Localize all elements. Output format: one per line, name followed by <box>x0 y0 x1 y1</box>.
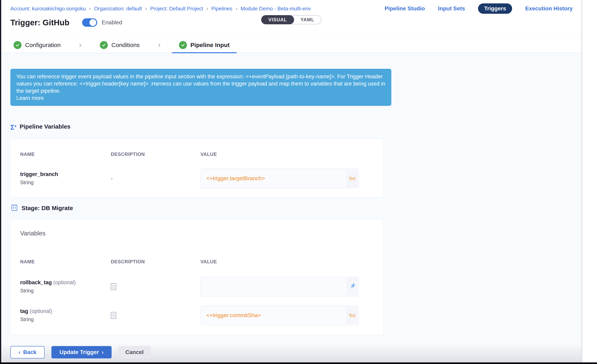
column-header-name: NAME <box>20 151 111 157</box>
toggle-knob <box>89 19 96 26</box>
check-circle-icon <box>14 41 22 49</box>
variable-name: rollback_tag <box>20 279 52 285</box>
breadcrumb-pipeline-name[interactable]: Module Demo - Beta-multi-env <box>241 6 311 12</box>
page: Account: kurosakiichigo.songoku › Organi… <box>0 0 597 364</box>
page-header: Account: kurosakiichigo.songoku › Organi… <box>1 0 581 53</box>
column-header-description: DESCRIPTION <box>111 259 200 265</box>
right-divider-line <box>581 0 582 362</box>
variable-description: - <box>111 175 200 182</box>
column-header-name: NAME <box>20 259 111 265</box>
top-line: Account: kurosakiichigo.songoku › Organi… <box>10 3 573 14</box>
back-button[interactable]: ‹ Back <box>10 346 45 358</box>
variable-description <box>111 312 200 319</box>
variables-panel-title: Variables <box>20 230 46 237</box>
table-row: rollback_tag (optional) String <box>20 277 375 296</box>
variable-type: String <box>20 288 111 294</box>
update-button-label: Update Trigger <box>60 349 99 356</box>
stage-icon <box>10 204 18 213</box>
pipeline-variables-icon: Σx <box>10 123 16 131</box>
tag-value-input[interactable] <box>201 306 359 325</box>
chevron-right-icon: › <box>79 41 81 49</box>
column-header-value: VALUE <box>200 259 375 265</box>
expression-addon[interactable]: f(x) <box>347 170 358 187</box>
cancel-button[interactable]: Cancel <box>118 346 151 358</box>
chevron-right-icon: › <box>158 41 161 49</box>
page-title: Trigger: GitHub <box>10 18 69 27</box>
pin-icon <box>349 283 356 290</box>
footer-bar: ‹ Back Update Trigger › Cancel <box>1 342 581 362</box>
tab-label: Conditions <box>111 42 140 48</box>
description-icon[interactable] <box>111 283 116 290</box>
nav-triggers[interactable]: Triggers <box>478 3 512 14</box>
section-title: Stage: DB Migrate <box>22 205 73 212</box>
enabled-label: Enabled <box>102 19 122 26</box>
tab-conditions[interactable]: Conditions <box>100 37 140 53</box>
info-banner-text: You can reference trigger event payload … <box>16 74 385 94</box>
yaml-tab[interactable]: YAML <box>294 15 321 24</box>
stage-variables-card: Variables NAME DESCRIPTION VALUE rollbac… <box>10 219 384 335</box>
title-row: Trigger: GitHub Enabled <box>10 15 122 30</box>
variable-name-cell: trigger_branch String <box>20 171 111 186</box>
breadcrumb-separator: › <box>206 5 208 12</box>
value-input-wrapper <box>200 277 359 296</box>
learn-more-link[interactable]: Learn more <box>16 95 385 102</box>
nav-pipeline-studio[interactable]: Pipeline Studio <box>385 5 425 12</box>
variable-type: String <box>20 316 111 323</box>
tab-configuration[interactable]: Configuration <box>14 37 61 53</box>
wizard-tabs: Configuration › Conditions › Pipeline In… <box>1 37 581 53</box>
breadcrumb: Account: kurosakiichigo.songoku › Organi… <box>10 5 311 12</box>
value-input-wrapper: f(x) <box>200 306 359 325</box>
pipeline-variables-card: NAME DESCRIPTION VALUE trigger_branch St… <box>10 139 384 198</box>
stage-section-header: Stage: DB Migrate <box>10 204 73 213</box>
description-icon[interactable] <box>111 312 116 319</box>
update-trigger-button[interactable]: Update Trigger › <box>51 346 112 358</box>
variable-description <box>111 283 200 290</box>
chevron-left-icon: ‹ <box>18 349 20 356</box>
visual-yaml-toggle: VISUAL YAML <box>261 15 322 24</box>
enabled-toggle[interactable] <box>82 18 97 27</box>
breadcrumb-separator: › <box>145 5 147 12</box>
variable-name-cell: tag (optional) String <box>20 308 111 323</box>
variable-type: String <box>20 179 111 186</box>
table-header-row: NAME DESCRIPTION VALUE <box>20 259 375 265</box>
breadcrumb-separator: › <box>89 5 91 12</box>
breadcrumb-project[interactable]: Project: Default Project <box>150 6 203 12</box>
breadcrumb-separator: › <box>236 5 237 12</box>
breadcrumb-account[interactable]: Account: kurosakiichigo.songoku <box>10 6 86 12</box>
tab-label: Configuration <box>25 42 61 48</box>
nav-execution-history[interactable]: Execution History <box>525 5 573 12</box>
breadcrumb-pipelines[interactable]: Pipelines <box>211 6 232 12</box>
cancel-button-label: Cancel <box>125 349 144 356</box>
breadcrumb-organization[interactable]: Organization: default <box>94 6 142 12</box>
chevron-right-icon: › <box>102 349 103 356</box>
column-header-description: DESCRIPTION <box>111 151 200 157</box>
check-circle-icon <box>179 41 187 49</box>
pin-addon[interactable] <box>347 278 358 295</box>
variable-name: trigger_branch <box>20 171 111 177</box>
column-header-value: VALUE <box>200 151 375 157</box>
table-row: trigger_branch String - f(x) <box>20 169 375 188</box>
info-banner: You can reference trigger event payload … <box>10 69 391 106</box>
top-nav: Pipeline Studio Input Sets Triggers Exec… <box>385 3 573 14</box>
expression-addon[interactable]: f(x) <box>347 307 358 324</box>
back-button-label: Back <box>23 349 37 356</box>
variable-name: tag <box>20 308 28 314</box>
value-input-wrapper: f(x) <box>200 169 359 188</box>
section-title: Pipeline Variables <box>20 123 70 130</box>
variable-name-cell: rollback_tag (optional) String <box>20 279 111 294</box>
table-header-row: NAME DESCRIPTION VALUE <box>20 151 375 157</box>
rollback-tag-value-input[interactable] <box>201 277 359 296</box>
fx-expression-icon: f(x) <box>349 176 355 181</box>
optional-label: (optional) <box>53 279 76 285</box>
pipeline-variables-section-header: Σx Pipeline Variables <box>10 123 71 131</box>
optional-label: (optional) <box>30 308 52 314</box>
visual-tab[interactable]: VISUAL <box>261 15 294 24</box>
app-column: Account: kurosakiichigo.songoku › Organi… <box>1 0 581 362</box>
trigger-branch-value-input[interactable] <box>201 169 359 188</box>
tab-label: Pipeline Input <box>190 42 230 48</box>
check-circle-icon <box>100 41 108 49</box>
nav-input-sets[interactable]: Input Sets <box>438 5 465 12</box>
main-content: You can reference trigger event payload … <box>1 53 581 342</box>
table-row: tag (optional) String f(x) <box>20 306 375 325</box>
tab-pipeline-input[interactable]: Pipeline Input <box>179 37 230 53</box>
